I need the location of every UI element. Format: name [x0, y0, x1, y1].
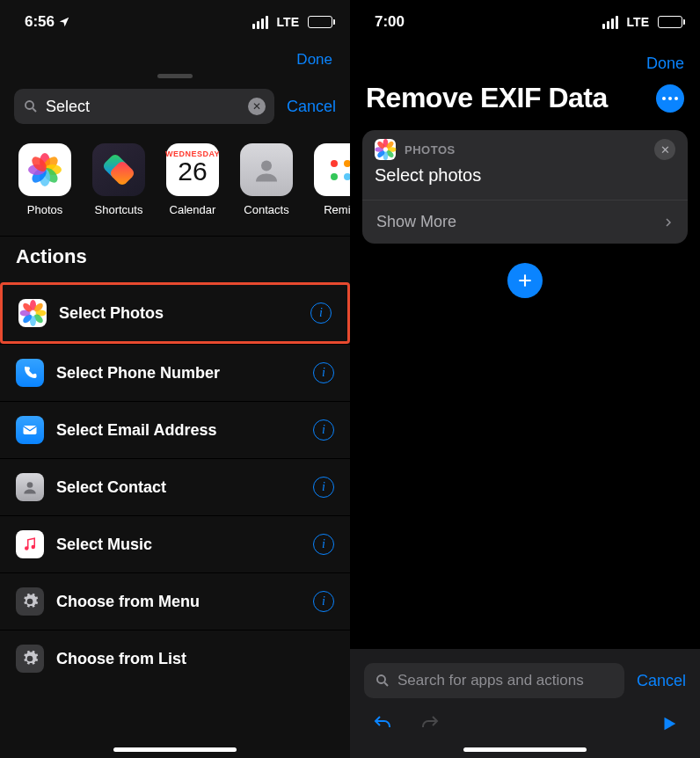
- apps-strip[interactable]: Photos Shortcuts Wednesday 26 Calendar C…: [0, 135, 350, 237]
- gear-icon: [16, 645, 44, 673]
- show-more-label: Show More: [376, 213, 456, 231]
- action-choose-menu[interactable]: Choose from Menu i: [0, 572, 350, 630]
- action-select-contact[interactable]: Select Contact i: [0, 458, 350, 515]
- close-icon[interactable]: ✕: [654, 139, 675, 160]
- search-placeholder: Search for apps and actions: [397, 672, 584, 689]
- phone-icon: [16, 359, 44, 387]
- app-label: Remin: [324, 203, 350, 216]
- calendar-date: 26: [178, 158, 207, 185]
- search-value: Select: [46, 98, 241, 116]
- action-label: Select Photos: [59, 304, 298, 323]
- svg-point-4: [27, 482, 33, 488]
- left-screenshot: 6:56 LTE Done Select ✕ Cancel Photos: [0, 0, 350, 758]
- undo-button[interactable]: [371, 712, 394, 735]
- actions-header: Actions: [0, 237, 350, 282]
- info-icon[interactable]: i: [313, 534, 334, 555]
- search-icon: [23, 98, 39, 114]
- calendar-app-icon: Wednesday 26: [166, 143, 219, 196]
- info-icon[interactable]: i: [313, 362, 334, 383]
- action-card: PHOTOS ✕ Select photos Show More: [362, 130, 688, 244]
- right-screenshot: 7:00 LTE Done Remove EXIF Data PHOTOS ✕ …: [350, 0, 700, 758]
- signal-icon: [602, 16, 618, 29]
- app-label: Contacts: [244, 203, 288, 216]
- clear-icon[interactable]: ✕: [248, 98, 266, 115]
- app-calendar[interactable]: Wednesday 26 Calendar: [164, 143, 222, 216]
- status-bar: 7:00 LTE: [350, 0, 700, 44]
- search-icon: [375, 673, 390, 689]
- status-time: 6:56: [25, 13, 55, 31]
- action-label: Choose from List: [56, 650, 334, 668]
- photos-icon: [375, 139, 396, 160]
- more-button[interactable]: [656, 84, 684, 113]
- cancel-button[interactable]: Cancel: [287, 98, 336, 116]
- music-icon: [16, 530, 44, 558]
- status-bar: 6:56 LTE: [0, 0, 350, 44]
- home-indicator[interactable]: [463, 747, 587, 752]
- photos-icon: [18, 299, 47, 327]
- show-more-button[interactable]: Show More: [362, 200, 688, 244]
- sheet-grabber[interactable]: [157, 74, 193, 78]
- app-contacts[interactable]: Contacts: [237, 143, 295, 216]
- status-time: 7:00: [375, 13, 405, 31]
- mail-icon: [16, 416, 44, 444]
- actions-search-input[interactable]: Search for apps and actions: [364, 663, 624, 698]
- network-label: LTE: [277, 15, 299, 29]
- svg-point-0: [26, 101, 33, 109]
- location-icon: [58, 16, 70, 28]
- reminders-app-icon: [314, 143, 350, 196]
- app-photos[interactable]: Photos: [16, 143, 74, 216]
- card-app-label: PHOTOS: [405, 143, 645, 157]
- info-icon[interactable]: i: [313, 419, 334, 441]
- chevron-right-icon: [663, 215, 674, 230]
- photos-app-icon: [18, 143, 71, 196]
- action-label: Select Email Address: [56, 421, 301, 440]
- info-icon[interactable]: i: [310, 302, 332, 324]
- action-choose-list[interactable]: Choose from List: [0, 630, 350, 687]
- action-select-music[interactable]: Select Music i: [0, 515, 350, 572]
- bottom-panel: Search for apps and actions Cancel: [350, 649, 700, 758]
- contacts-app-icon: [240, 143, 293, 196]
- action-select-email[interactable]: Select Email Address i: [0, 401, 350, 458]
- home-indicator[interactable]: [113, 747, 237, 752]
- signal-icon: [252, 16, 268, 29]
- battery-icon: [658, 16, 682, 28]
- add-action-button[interactable]: [507, 263, 543, 298]
- done-link-hidden[interactable]: Done: [0, 44, 350, 72]
- network-label: LTE: [627, 15, 649, 29]
- shortcuts-app-icon: [92, 143, 145, 196]
- redo-button: [419, 712, 441, 735]
- svg-point-2: [261, 161, 272, 171]
- shortcut-title: Remove EXIF Data: [366, 82, 608, 114]
- app-label: Shortcuts: [95, 203, 143, 216]
- svg-rect-3: [24, 426, 37, 434]
- done-button[interactable]: Done: [350, 44, 700, 82]
- run-button[interactable]: [660, 714, 679, 733]
- app-shortcuts[interactable]: Shortcuts: [90, 143, 148, 216]
- app-label: Photos: [27, 203, 62, 216]
- svg-point-9: [377, 675, 385, 683]
- action-label: Choose from Menu: [56, 593, 301, 611]
- action-select-phone[interactable]: Select Phone Number i: [0, 344, 350, 401]
- info-icon[interactable]: i: [313, 477, 334, 498]
- svg-point-5: [26, 547, 28, 550]
- action-label: Select Phone Number: [56, 364, 301, 383]
- toolbar: [362, 707, 688, 735]
- contacts-icon: [16, 473, 44, 501]
- info-icon[interactable]: i: [313, 591, 334, 612]
- battery-icon: [308, 16, 332, 28]
- svg-line-10: [384, 682, 388, 686]
- action-label: Select Contact: [56, 478, 301, 497]
- gear-icon: [16, 587, 44, 616]
- svg-point-6: [32, 546, 34, 549]
- search-input[interactable]: Select ✕: [14, 89, 274, 124]
- cancel-button[interactable]: Cancel: [637, 672, 686, 690]
- card-title[interactable]: Select photos: [362, 160, 688, 200]
- action-label: Select Music: [56, 536, 301, 554]
- app-label: Calendar: [170, 203, 216, 216]
- svg-line-1: [33, 108, 36, 112]
- action-select-photos[interactable]: Select Photos i: [0, 282, 350, 344]
- app-reminders[interactable]: Remin: [311, 143, 350, 216]
